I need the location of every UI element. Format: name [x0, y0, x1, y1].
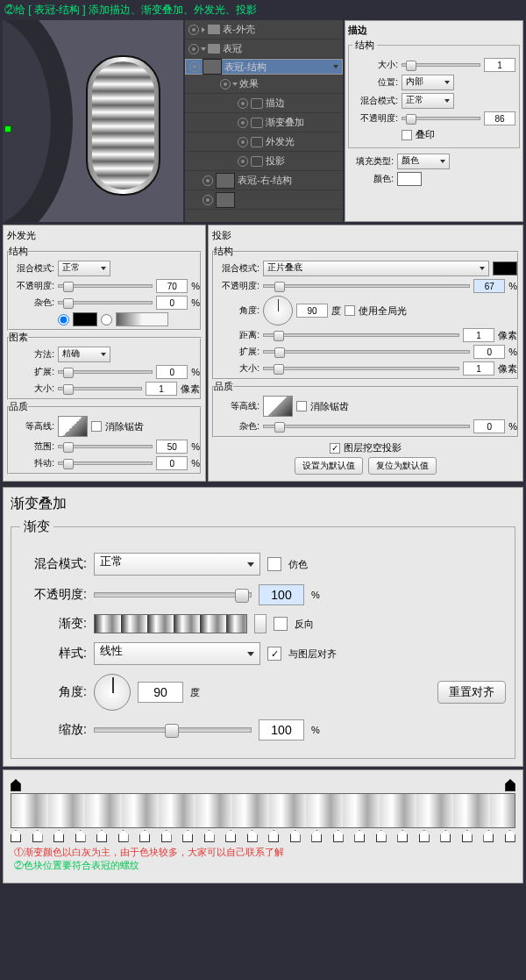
- blend-select[interactable]: 正常: [94, 553, 260, 576]
- chevron-right-icon[interactable]: [202, 27, 205, 32]
- angle-dial[interactable]: [94, 674, 131, 711]
- color-stop[interactable]: [118, 830, 129, 842]
- color-swatch[interactable]: [397, 172, 422, 186]
- spread-slider[interactable]: [58, 370, 153, 374]
- color-stop[interactable]: [483, 830, 494, 842]
- dither-checkbox[interactable]: [267, 557, 281, 571]
- size-input[interactable]: [484, 58, 515, 72]
- color-stop[interactable]: [11, 830, 21, 842]
- effect-item[interactable]: 描边: [185, 94, 343, 113]
- chevron-down-icon[interactable]: [201, 47, 206, 51]
- jitter-input[interactable]: [156, 456, 188, 470]
- global-light-checkbox[interactable]: [345, 305, 355, 316]
- color-stop[interactable]: [505, 830, 515, 842]
- color-stop[interactable]: [161, 830, 172, 842]
- range-input[interactable]: [156, 440, 188, 454]
- spread-slider[interactable]: [263, 350, 470, 354]
- size-input[interactable]: [463, 361, 494, 376]
- angle-input[interactable]: [296, 304, 328, 318]
- color-swatch[interactable]: [493, 261, 517, 275]
- gradient-bar[interactable]: [11, 793, 515, 828]
- opacity-input[interactable]: [156, 279, 188, 293]
- gradient-swatch[interactable]: [116, 312, 168, 326]
- size-input[interactable]: [146, 382, 177, 396]
- visibility-icon[interactable]: [203, 195, 213, 205]
- style-select[interactable]: 线性: [94, 642, 260, 665]
- opacity-slider[interactable]: [263, 284, 470, 288]
- antialias-checkbox[interactable]: [296, 401, 307, 411]
- knockout-checkbox[interactable]: [330, 443, 340, 454]
- layer-row[interactable]: [185, 190, 343, 210]
- jitter-slider[interactable]: [58, 461, 153, 465]
- color-stop[interactable]: [182, 830, 193, 842]
- angle-input[interactable]: [138, 682, 183, 703]
- visibility-icon[interactable]: [189, 61, 200, 72]
- angle-dial[interactable]: [263, 296, 293, 325]
- color-stop[interactable]: [32, 830, 43, 842]
- make-default-button[interactable]: 设置为默认值: [295, 457, 363, 475]
- color-stop[interactable]: [397, 830, 408, 842]
- opacity-input[interactable]: [484, 111, 515, 125]
- scale-input[interactable]: [259, 719, 304, 740]
- noise-slider[interactable]: [58, 301, 153, 304]
- color-stop[interactable]: [440, 830, 451, 842]
- contour-picker[interactable]: [263, 396, 293, 417]
- gradient-radio[interactable]: [101, 314, 112, 325]
- contour-picker[interactable]: [58, 416, 88, 437]
- visibility-icon[interactable]: [238, 118, 248, 128]
- color-stop[interactable]: [204, 830, 215, 842]
- antialias-checkbox[interactable]: [91, 421, 102, 432]
- filltype-select[interactable]: 颜色: [397, 154, 450, 169]
- color-stop[interactable]: [462, 830, 473, 842]
- technique-select[interactable]: 精确: [58, 347, 110, 362]
- scale-slider[interactable]: [94, 727, 252, 733]
- visibility-icon[interactable]: [188, 44, 199, 54]
- visibility-icon[interactable]: [238, 137, 248, 147]
- color-stop[interactable]: [139, 830, 150, 842]
- noise-input[interactable]: [473, 419, 505, 433]
- visibility-icon[interactable]: [220, 79, 231, 89]
- layer-group-row[interactable]: 表-外壳: [185, 20, 343, 39]
- effect-item[interactable]: 渐变叠加: [185, 113, 343, 132]
- reset-align-button[interactable]: 重置对齐: [437, 681, 506, 704]
- opacity-input[interactable]: [473, 279, 505, 293]
- layer-row-selected[interactable]: 表冠-结构: [185, 59, 343, 75]
- color-swatch[interactable]: [73, 312, 97, 326]
- color-stop[interactable]: [311, 830, 322, 842]
- reverse-checkbox[interactable]: [274, 617, 288, 631]
- overprint-checkbox[interactable]: [402, 130, 412, 140]
- noise-input[interactable]: [156, 296, 188, 310]
- distance-input[interactable]: [463, 328, 494, 342]
- color-stop[interactable]: [354, 830, 365, 842]
- position-select[interactable]: 内部: [402, 75, 454, 90]
- blend-select[interactable]: 正片叠底: [263, 261, 489, 276]
- chevron-down-icon[interactable]: [232, 82, 238, 86]
- size-slider[interactable]: [402, 63, 480, 67]
- effects-row[interactable]: 效果: [185, 75, 343, 94]
- layer-group-row[interactable]: 表冠: [185, 39, 343, 59]
- color-stop[interactable]: [419, 830, 430, 842]
- color-stop[interactable]: [333, 830, 344, 842]
- opacity-slider[interactable]: [94, 592, 252, 597]
- spread-input[interactable]: [156, 365, 188, 379]
- color-stop[interactable]: [376, 830, 387, 842]
- visibility-icon[interactable]: [203, 175, 213, 186]
- color-stop[interactable]: [247, 830, 258, 842]
- reset-default-button[interactable]: 复位为默认值: [368, 457, 437, 475]
- opacity-slider[interactable]: [402, 117, 480, 120]
- blend-select[interactable]: 正常: [402, 93, 454, 109]
- size-slider[interactable]: [263, 367, 459, 370]
- effect-item[interactable]: 投影: [185, 152, 343, 171]
- visibility-icon[interactable]: [188, 25, 199, 35]
- color-stop[interactable]: [268, 830, 279, 842]
- visibility-icon[interactable]: [238, 156, 248, 167]
- color-stop[interactable]: [96, 830, 107, 842]
- color-stop[interactable]: [53, 830, 64, 842]
- spread-input[interactable]: [473, 345, 505, 359]
- dropdown-arrow-icon[interactable]: [254, 614, 267, 633]
- color-stop[interactable]: [225, 830, 236, 842]
- size-slider[interactable]: [58, 387, 142, 390]
- color-stop[interactable]: [75, 830, 86, 842]
- opacity-stop[interactable]: [11, 779, 21, 791]
- opacity-slider[interactable]: [58, 284, 153, 288]
